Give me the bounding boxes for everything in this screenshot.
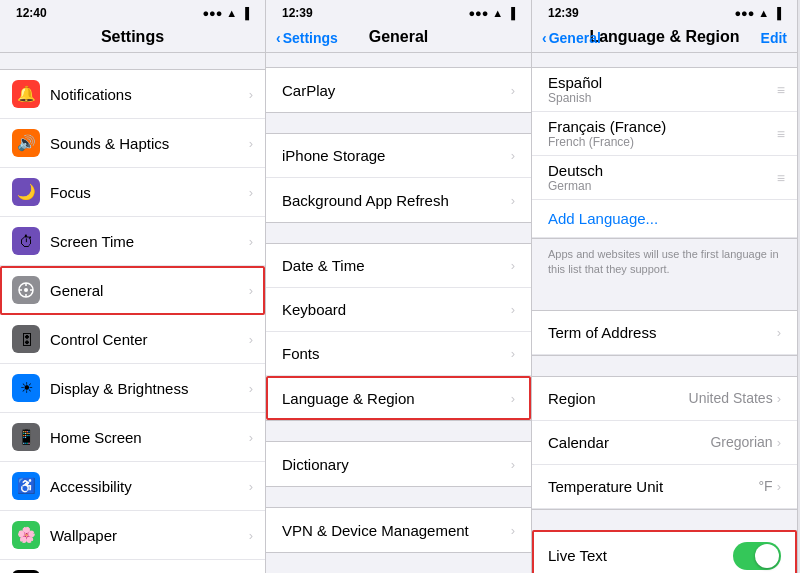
accessibility-chevron: › [249,479,253,494]
general-title: General [369,28,429,45]
background-refresh-chevron: › [511,193,515,208]
keyboard-item[interactable]: Keyboard › [266,288,531,332]
signal-icon-3: ●●● [734,7,754,19]
general-list: CarPlay › iPhone Storage › Background Ap… [266,53,531,573]
edit-button[interactable]: Edit [761,30,787,46]
temperature-label: Temperature Unit [548,478,759,495]
dictionary-item[interactable]: Dictionary › [266,442,531,486]
german-item[interactable]: Deutsch German ≡ [532,156,797,200]
temperature-item[interactable]: Temperature Unit °F › [532,465,797,509]
calendar-item[interactable]: Calendar Gregorian › [532,421,797,465]
fonts-item[interactable]: Fonts › [266,332,531,376]
sidebar-item-accessibility[interactable]: ♿ Accessibility › [0,462,265,511]
term-of-address-item[interactable]: Term of Address › [532,311,797,355]
german-drag-handle: ≡ [777,170,785,186]
battery-icon: ▐ [241,7,249,19]
iphone-storage-label: iPhone Storage [282,147,511,164]
temperature-chevron: › [777,479,781,494]
french-name: Français (France) [548,118,781,135]
signal-icon-2: ●●● [468,7,488,19]
vpn-item[interactable]: VPN & Device Management › [266,508,531,552]
calendar-chevron: › [777,435,781,450]
german-name: Deutsch [548,162,781,179]
carplay-item[interactable]: CarPlay › [266,68,531,112]
iphone-storage-item[interactable]: iPhone Storage › [266,134,531,178]
settings-header: Settings [0,24,265,53]
region-item[interactable]: Region United States › [532,377,797,421]
term-of-address-section: Term of Address › [532,310,797,356]
general-label: General [50,282,245,299]
back-to-settings[interactable]: ‹ Settings [276,30,338,46]
wifi-icon-2: ▲ [492,7,503,19]
region-label: Region [548,390,689,407]
sounds-label: Sounds & Haptics [50,135,245,152]
sounds-icon: 🔊 [12,129,40,157]
datetime-label: Date & Time [282,257,511,274]
live-text-toggle[interactable] [733,542,781,570]
notifications-label: Notifications [50,86,245,103]
region-chevron: › [777,391,781,406]
back-label-3: General [549,30,601,46]
background-refresh-item[interactable]: Background App Refresh › [266,178,531,222]
section-datetime: Date & Time › Keyboard › Fonts › Languag… [266,243,531,421]
dictionary-label: Dictionary [282,456,511,473]
calendar-value: Gregorian [710,434,772,450]
wallpaper-icon: 🌸 [12,521,40,549]
sidebar-item-controlcenter[interactable]: 🎛 Control Center › [0,315,265,364]
sidebar-item-homescreen[interactable]: 📱 Home Screen › [0,413,265,462]
dictionary-chevron: › [511,457,515,472]
screentime-icon: ⏱ [12,227,40,255]
live-text-row: Live Text [532,531,797,573]
sidebar-item-display[interactable]: ☀ Display & Brightness › [0,364,265,413]
battery-icon-3: ▐ [773,7,781,19]
general-chevron: › [249,283,253,298]
sounds-chevron: › [249,136,253,151]
keyboard-chevron: › [511,302,515,317]
spanish-drag-handle: ≡ [777,82,785,98]
datetime-item[interactable]: Date & Time › [266,244,531,288]
sidebar-item-sounds[interactable]: 🔊 Sounds & Haptics › [0,119,265,168]
datetime-chevron: › [511,258,515,273]
languages-section: Español Spanish ≡ Français (France) Fren… [532,67,797,239]
french-item[interactable]: Français (France) French (France) ≡ [532,112,797,156]
sidebar-item-notifications[interactable]: 🔔 Notifications › [0,70,265,119]
back-to-general[interactable]: ‹ General [542,30,601,46]
time-3: 12:39 [548,6,579,20]
general-icon [12,276,40,304]
battery-icon-2: ▐ [507,7,515,19]
sidebar-item-wallpaper[interactable]: 🌸 Wallpaper › [0,511,265,560]
panel-language-region: 12:39 ●●● ▲ ▐ ‹ General Language & Regio… [532,0,798,573]
status-bar-3: 12:39 ●●● ▲ ▐ [532,0,797,24]
back-chevron-3: ‹ [542,30,547,46]
screentime-label: Screen Time [50,233,245,250]
carplay-label: CarPlay [282,82,511,99]
sidebar-item-focus[interactable]: 🌙 Focus › [0,168,265,217]
spanish-item[interactable]: Español Spanish ≡ [532,68,797,112]
background-refresh-label: Background App Refresh [282,192,511,209]
focus-label: Focus [50,184,245,201]
language-region-chevron: › [511,391,515,406]
wifi-icon-3: ▲ [758,7,769,19]
french-native: French (France) [548,135,781,149]
iphone-storage-chevron: › [511,148,515,163]
sidebar-item-general[interactable]: General › [0,266,265,315]
notifications-chevron: › [249,87,253,102]
signal-icon: ●●● [202,7,222,19]
section-dictionary: Dictionary › [266,441,531,487]
panel-settings: 12:40 ●●● ▲ ▐ Settings 🔔 Notifications ›… [0,0,266,573]
language-region-item[interactable]: Language & Region › [266,376,531,420]
german-native: German [548,179,781,193]
sidebar-item-screentime[interactable]: ⏱ Screen Time › [0,217,265,266]
display-icon: ☀ [12,374,40,402]
homescreen-icon: 📱 [12,423,40,451]
add-language-button[interactable]: Add Language... [532,200,797,238]
region-section: Region United States › Calendar Gregoria… [532,376,797,510]
homescreen-label: Home Screen [50,429,245,446]
sidebar-item-siri[interactable]: 🎤 Siri & Search › [0,560,265,573]
display-label: Display & Brightness [50,380,245,397]
accessibility-label: Accessibility [50,478,245,495]
back-chevron: ‹ [276,30,281,46]
status-icons-2: ●●● ▲ ▐ [468,7,515,19]
settings-list: 🔔 Notifications › 🔊 Sounds & Haptics › 🌙… [0,53,265,573]
fonts-label: Fonts [282,345,511,362]
